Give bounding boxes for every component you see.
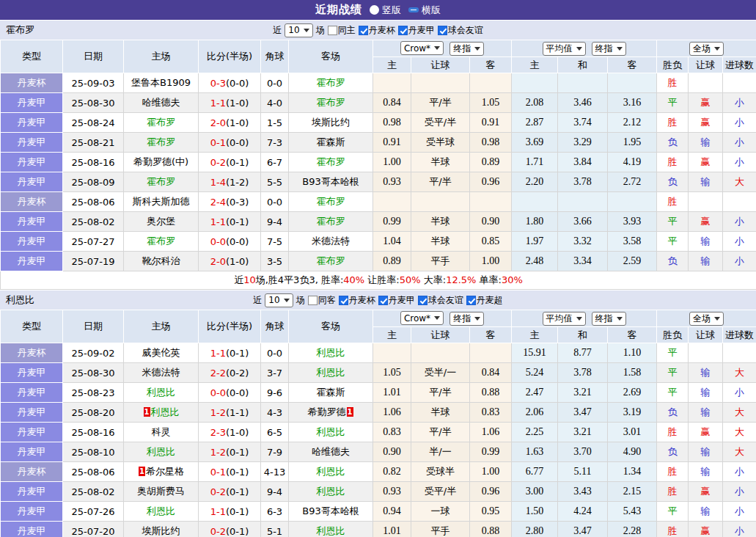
match-count-select[interactable]: 10 xyxy=(265,293,293,307)
match-filters: 近10场同客丹麦杯丹麦甲球会友谊丹麦超 xyxy=(253,293,502,307)
final-odds-select[interactable]: 终指 xyxy=(449,42,484,56)
handicap-cell: 受球半 xyxy=(411,462,470,482)
odds-home-cell: 0.99 xyxy=(373,212,411,232)
league-checkbox[interactable]: 球会友谊 xyxy=(438,24,483,37)
result-text: 平 xyxy=(668,235,678,246)
summary-segment: 50% xyxy=(400,274,421,285)
layout-radio-vertical[interactable]: 竖版 xyxy=(370,4,401,17)
corners-cell: 7-3 xyxy=(261,133,289,153)
handicap-cell: 一球 xyxy=(411,502,470,522)
result-goals-cell: 大 xyxy=(723,442,756,462)
result-handicap-cell: 赢 xyxy=(689,482,723,502)
avg-home-cell xyxy=(512,192,558,212)
league-type-cell: 丹麦甲 xyxy=(1,482,63,502)
date-cell: 25-09-03 xyxy=(63,73,124,93)
final-odds-select[interactable]: 终指 xyxy=(449,312,484,326)
avg-away-cell: 3.16 xyxy=(608,93,657,113)
same-venue-checkbox[interactable]: 同主 xyxy=(328,24,356,37)
final-odds-select-2[interactable]: 终指 xyxy=(592,42,626,56)
match-row: 丹麦甲25-08-02奥尔堡1-1(0-1)9-4霍布罗0.99半球0.901.… xyxy=(1,212,756,232)
away-team-cell: 利恩比 xyxy=(289,482,373,502)
subcolumn-header: 胜负 xyxy=(657,327,689,343)
avg-home-cell: 5.24 xyxy=(512,363,558,383)
odds-away-cell xyxy=(470,192,512,212)
avg-away-cell: 2.59 xyxy=(608,252,657,271)
handicap-cell: 半球 xyxy=(411,232,470,252)
away-team-cell: 利恩比 xyxy=(289,522,373,537)
avg-draw-cell: 3.47 xyxy=(558,403,608,423)
handicap-cell: 半/一 xyxy=(411,442,470,462)
corners-cell: 7-9 xyxy=(261,442,289,462)
league-checkbox[interactable]: 丹麦杯 xyxy=(359,24,395,37)
page-title: 近期战绩 xyxy=(315,3,362,17)
league-type-cell: 丹麦甲 xyxy=(1,153,63,172)
league-checkbox[interactable]: 丹麦超 xyxy=(466,294,503,307)
result-text: 输 xyxy=(701,387,711,398)
result-handicap-cell xyxy=(689,73,723,93)
avg-home-cell: 15.91 xyxy=(512,343,558,363)
avg-away-cell: 2.69 xyxy=(608,383,657,403)
handicap-cell: 平/半 xyxy=(411,93,470,113)
score-cell: 2-0(1-0) xyxy=(199,252,261,271)
halftime-score: (0-1) xyxy=(226,348,249,359)
home-team-name: 斯科夫斯加德 xyxy=(133,196,190,207)
corners-cell: 4-13 xyxy=(261,462,289,482)
away-team-cell: 霍布罗 xyxy=(289,212,373,232)
away-team-name: B93哥本哈根 xyxy=(302,176,359,187)
result-handicap-cell: 输 xyxy=(689,252,723,271)
result-wdl-cell: 平 xyxy=(657,343,689,363)
fulltime-select[interactable]: 全场 xyxy=(689,312,724,326)
result-text: 胜 xyxy=(668,525,678,536)
games-label: 场 xyxy=(296,294,305,307)
away-team-cell: 霍森斯 xyxy=(289,133,373,153)
date-cell: 25-08-23 xyxy=(63,383,124,403)
same-venue-checkbox[interactable]: 同客 xyxy=(308,294,336,307)
score-cell: 0-1(0-1) xyxy=(199,462,261,482)
league-type-cell: 丹麦甲 xyxy=(1,252,63,271)
avg-draw-cell: 3.29 xyxy=(558,133,608,153)
league-checkbox[interactable]: 丹麦甲 xyxy=(398,24,435,37)
fulltime-group-header: 全场 xyxy=(657,310,756,327)
corners-cell: 6-3 xyxy=(261,502,289,522)
average-select[interactable]: 平均值 xyxy=(543,42,586,56)
corners-cell: 5-1 xyxy=(261,522,289,537)
avg-home-cell: 2.47 xyxy=(512,383,558,403)
home-team-cell: 利恩比 xyxy=(124,502,199,522)
match-rows: 丹麦杯25-09-03堡鲁本B19090-3(0-0)0-0霍布罗胜丹麦甲25-… xyxy=(1,73,756,271)
league-checkbox[interactable]: 丹麦甲 xyxy=(378,294,415,307)
column-header: 比分(半场) xyxy=(199,40,261,73)
odds-group-header: Crow*终指 xyxy=(373,310,512,327)
fulltime-select[interactable]: 全场 xyxy=(689,42,724,56)
date-cell: 25-08-02 xyxy=(63,212,124,232)
odds-away-cell: 0.91 xyxy=(470,113,512,133)
score-cell: 0-2(0-1) xyxy=(199,153,261,172)
away-team-name: 利恩比 xyxy=(317,426,345,437)
select-value: 终指 xyxy=(453,313,471,325)
fulltime-score: 0-1 xyxy=(210,467,226,478)
chevron-down-icon xyxy=(617,47,623,51)
match-row: 丹麦甲25-07-20埃斯比约0-2(0-1)5-1利恩比1.01平手0.882… xyxy=(1,522,756,537)
handicap-cell: 半球 xyxy=(411,212,470,232)
league-checkbox-label: 丹麦杯 xyxy=(349,294,375,307)
fulltime-score: 1-2 xyxy=(210,447,226,458)
odds-source-select[interactable]: Crow* xyxy=(400,41,444,55)
match-row: 丹麦甲25-08-16科灵2-3(1-0)6-5利恩比0.83平/半1.062.… xyxy=(1,423,756,442)
date-cell: 25-08-24 xyxy=(63,113,124,133)
same-venue-label: 同主 xyxy=(338,24,356,37)
avg-away-cell: 3.19 xyxy=(608,403,657,423)
match-rows: 丹麦杯25-09-02威美伦英1-1(0-1)0-0利恩比15.918.771.… xyxy=(1,343,756,537)
odds-home-cell xyxy=(373,192,411,212)
league-checkbox[interactable]: 丹麦杯 xyxy=(339,294,375,307)
layout-radio-horizontal[interactable]: 横版 xyxy=(408,4,441,17)
match-count-select[interactable]: 10 xyxy=(285,23,312,37)
home-team-cell: 斯科夫斯加德 xyxy=(124,192,199,212)
column-header: 主场 xyxy=(124,310,199,343)
final-odds-select-2[interactable]: 终指 xyxy=(592,312,626,326)
league-checkbox[interactable]: 球会友谊 xyxy=(418,294,463,307)
away-team-cell: 利恩比 xyxy=(289,343,373,363)
odds-source-select[interactable]: Crow* xyxy=(400,311,444,325)
home-team-cell: 奥胡斯费马 xyxy=(124,482,199,502)
away-team-cell: 霍森斯 xyxy=(289,383,373,403)
average-select[interactable]: 平均值 xyxy=(543,312,586,326)
odds-home-cell xyxy=(373,343,411,363)
